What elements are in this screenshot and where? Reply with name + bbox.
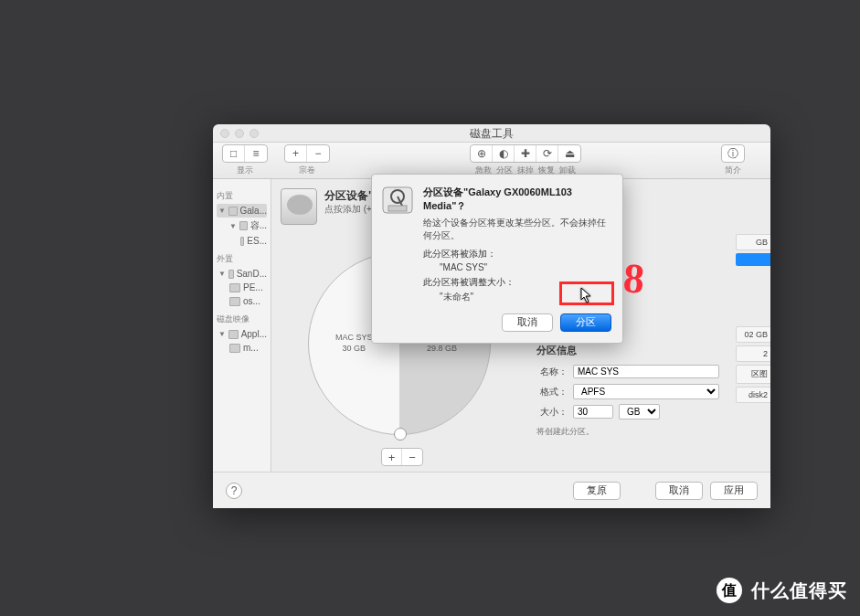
cursor-icon [580, 287, 593, 303]
peek-gb: GB [736, 234, 770, 250]
apply-button[interactable]: 应用 [710, 482, 758, 500]
titlebar: 磁盘工具 [213, 124, 770, 143]
sidebar-item-galaxy[interactable]: ▼Gala... [217, 204, 267, 218]
view-tree-button[interactable]: ≡ [245, 145, 267, 162]
partition-button[interactable]: ◐ [493, 145, 515, 162]
sheet-add-item: "MAC SYS" [440, 262, 611, 272]
volume-caption: 宗卷 [299, 165, 315, 176]
sidebar: 内置 ▼Gala... ▼容... ES... 外置 ▼SanD... PE..… [213, 179, 271, 508]
watermark-text: 什么值得买 [751, 579, 847, 603]
hdd-icon [228, 330, 239, 339]
peek-count: 2 [736, 345, 770, 362]
hdd-icon [228, 207, 238, 216]
confirm-sheet: 分区设备"Galaxy GX0060ML103 Media"？ 给这个设备分区将… [371, 174, 623, 344]
zoom-icon[interactable] [250, 129, 259, 138]
sheet-msg: 给这个设备分区将更改某些分区。不会抹掉任何分区。 [423, 217, 611, 242]
sidebar-item-os[interactable]: os... [217, 294, 267, 308]
watermark-logo: 值 [717, 578, 742, 603]
sheet-confirm-button[interactable]: 分区 [560, 313, 611, 332]
sheet-title: 分区设备"Galaxy GX0060ML103 Media"？ [423, 186, 611, 213]
peek-badge [736, 253, 770, 266]
sheet-add-head: 此分区将被添加： [423, 248, 611, 260]
utility-app-icon [381, 184, 414, 217]
info-button-wrap: ⓘ [721, 144, 745, 163]
size-label: 大小： [536, 404, 568, 420]
info-button[interactable]: ⓘ [722, 145, 744, 162]
partition-note: 将创建此分区。 [536, 424, 719, 439]
section-heading: 分区信息 [536, 342, 719, 360]
view-toggle[interactable]: □ ≡ [222, 144, 268, 163]
erase-button[interactable]: ✚ [515, 145, 536, 162]
pie-add-remove: + − [381, 448, 423, 466]
sidebar-section-internal: 内置 [217, 190, 267, 202]
sidebar-section-external: 外置 [217, 253, 267, 265]
view-list-button[interactable]: □ [223, 145, 245, 162]
hdd-icon [240, 237, 244, 246]
pie-add-button[interactable]: + [382, 449, 402, 465]
close-icon[interactable] [220, 129, 229, 138]
sidebar-item-es[interactable]: ES... [217, 234, 267, 248]
minimize-icon[interactable] [235, 129, 244, 138]
remove-volume-button[interactable]: − [307, 145, 329, 162]
size-field[interactable] [573, 405, 613, 419]
pie-remove-button[interactable]: − [402, 449, 422, 465]
format-select[interactable]: APFS [573, 384, 719, 399]
sidebar-item-pe[interactable]: PE... [217, 281, 267, 294]
peek-map: 区图 [736, 365, 770, 384]
unmount-button[interactable]: ⏏ [558, 145, 580, 162]
name-field[interactable] [573, 365, 719, 378]
sidebar-item-sandisk[interactable]: ▼SanD... [217, 267, 267, 281]
sidebar-section-images: 磁盘映像 [217, 313, 267, 325]
name-label: 名称： [536, 364, 568, 380]
hdd-icon [229, 344, 240, 353]
footer: ? 复原 取消 应用 [213, 472, 770, 508]
sidebar-item-m[interactable]: m... [217, 341, 267, 355]
hdd-icon [228, 270, 234, 279]
window-title: 磁盘工具 [213, 124, 770, 143]
peek-size: 02 GB [736, 326, 770, 343]
add-volume-button[interactable]: + [285, 145, 307, 162]
cancel-button[interactable]: 取消 [655, 482, 703, 500]
svg-rect-2 [388, 206, 407, 211]
info-caption: 简介 [725, 165, 741, 176]
size-unit-select[interactable]: GB [619, 404, 660, 420]
annotation-number: 8 [621, 253, 646, 303]
watermark: 值 什么值得买 [717, 578, 847, 603]
hdd-icon [229, 283, 240, 292]
hdd-icon [229, 297, 240, 306]
first-aid-button[interactable]: ⊕ [471, 145, 493, 162]
restore-button[interactable]: ⟳ [536, 145, 558, 162]
drive-icon [281, 188, 317, 225]
format-label: 格式： [536, 384, 568, 400]
sheet-cancel-button[interactable]: 取消 [502, 313, 553, 332]
pie-drag-handle[interactable] [394, 428, 407, 441]
volume-buttons: + − [284, 144, 330, 163]
ops-buttons: ⊕ ◐ ✚ ⟳ ⏏ [470, 144, 581, 163]
hdd-icon [239, 221, 248, 230]
pie-slice-a-label: MAC SYS30 GB [335, 333, 373, 354]
help-button[interactable]: ? [226, 483, 242, 499]
peek-disk: disk2 [736, 387, 770, 403]
revert-button[interactable]: 复原 [573, 482, 621, 500]
sidebar-item-container[interactable]: ▼容... [217, 218, 267, 234]
info-table-peek: GB 02 GB 2 区图 disk2 [736, 234, 770, 406]
sidebar-item-apple[interactable]: ▼Appl... [217, 327, 267, 341]
view-caption: 显示 [237, 165, 253, 176]
window-controls [220, 129, 259, 138]
